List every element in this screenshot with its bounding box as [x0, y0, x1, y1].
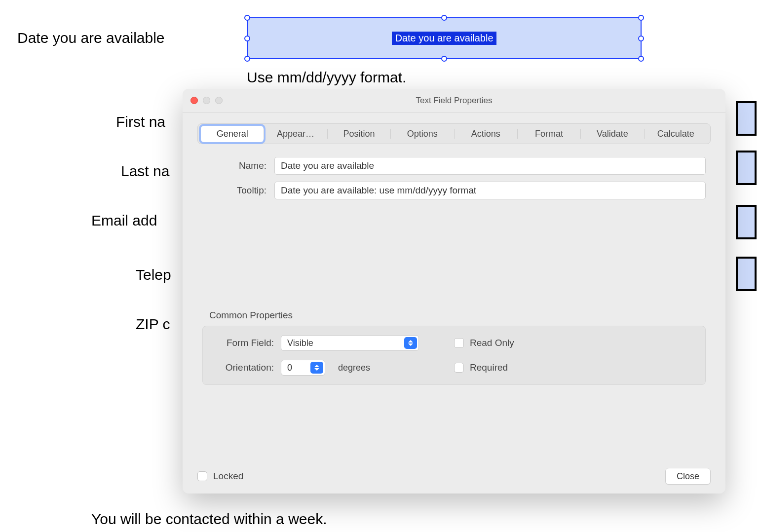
read-only-label: Read Only — [470, 338, 514, 348]
resize-handle-sw[interactable] — [244, 56, 250, 62]
tab-format[interactable]: Format — [518, 126, 580, 142]
resize-handle-n[interactable] — [441, 15, 447, 21]
label-contacted: You will be contacted within a week. — [91, 511, 327, 528]
general-tab-panel: Name: Tooltip: — [183, 144, 725, 206]
resize-handle-w[interactable] — [244, 36, 250, 41]
form-field-telephone[interactable] — [736, 257, 757, 291]
select-stepper-icon — [310, 362, 323, 374]
text-field-properties-dialog: Text Field Properties General Appear… Po… — [183, 89, 725, 494]
tab-position[interactable]: Position — [328, 126, 390, 142]
resize-handle-se[interactable] — [638, 56, 644, 62]
tab-actions[interactable]: Actions — [455, 126, 517, 142]
tooltip-input[interactable] — [274, 182, 706, 199]
label-zip: ZIP c — [136, 316, 170, 333]
locked-label: Locked — [213, 471, 243, 482]
selected-field-namebox: Date you are available — [392, 32, 496, 45]
tab-general[interactable]: General — [201, 126, 264, 142]
orientation-value: 0 — [287, 363, 292, 373]
label-date-hint: Use mm/dd/yyyy format. — [247, 69, 406, 86]
resize-handle-s[interactable] — [441, 56, 447, 62]
tab-calculate[interactable]: Calculate — [645, 126, 707, 142]
name-label: Name: — [202, 160, 266, 171]
name-input[interactable] — [274, 157, 706, 175]
resize-handle-e[interactable] — [638, 36, 644, 41]
tooltip-label: Tooltip: — [202, 185, 266, 196]
dialog-titlebar[interactable]: Text Field Properties — [183, 89, 725, 113]
required-checkbox[interactable] — [454, 363, 464, 373]
label-email: Email add — [91, 212, 157, 229]
orientation-label: Orientation: — [215, 362, 274, 373]
tab-options[interactable]: Options — [391, 126, 454, 142]
label-first-name: First na — [116, 114, 165, 130]
form-field-firstname[interactable] — [736, 101, 757, 136]
dialog-footer: Locked Close — [183, 459, 725, 494]
read-only-checkbox[interactable] — [454, 338, 464, 348]
form-field-value: Visible — [287, 338, 313, 348]
form-field-email[interactable] — [736, 205, 757, 239]
tab-appearance[interactable]: Appear… — [264, 126, 327, 142]
label-telephone: Telep — [136, 266, 171, 283]
form-field-label: Form Field: — [215, 338, 274, 348]
label-date-available: Date you are available — [17, 30, 165, 46]
common-properties-heading: Common Properties — [209, 310, 706, 321]
resize-handle-ne[interactable] — [638, 15, 644, 21]
resize-handle-nw[interactable] — [244, 15, 250, 21]
common-properties-section: Common Properties Form Field: Visible Re… — [202, 310, 706, 385]
orientation-degrees: degrees — [338, 363, 370, 373]
form-field-select[interactable]: Visible — [281, 335, 419, 351]
tab-validate[interactable]: Validate — [581, 126, 644, 142]
properties-tabbar: General Appear… Position Options Actions… — [197, 123, 711, 144]
close-button[interactable]: Close — [665, 468, 711, 485]
dialog-title: Text Field Properties — [183, 96, 725, 106]
selected-form-field[interactable]: Date you are available — [247, 17, 642, 59]
label-last-name: Last na — [121, 163, 169, 180]
orientation-select[interactable]: 0 — [281, 360, 325, 376]
required-label: Required — [470, 362, 508, 373]
form-field-lastname[interactable] — [736, 151, 757, 185]
select-stepper-icon — [404, 337, 417, 349]
locked-checkbox[interactable] — [197, 471, 207, 481]
